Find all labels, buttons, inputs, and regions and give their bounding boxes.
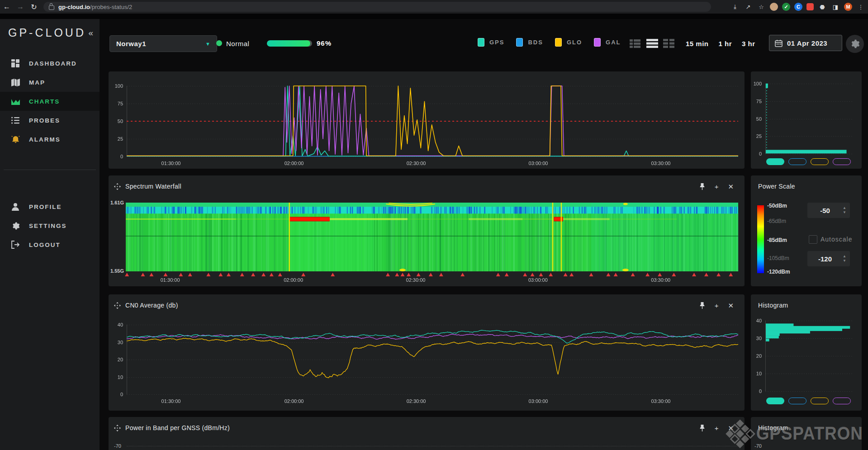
autoscale-label: Autoscale <box>821 236 852 243</box>
max-power-value: -50 <box>807 207 843 214</box>
power-scale-gradient <box>757 205 764 273</box>
time-range-1-hr[interactable]: 1 hr <box>719 40 732 47</box>
waterfall-canvas <box>109 175 745 286</box>
browser-extension-blue-icon[interactable]: C <box>794 3 802 11</box>
probe-selector[interactable]: Norway1 ▼ <box>109 35 217 52</box>
forward-icon[interactable]: → <box>14 3 27 11</box>
sidebar-item-dashboard[interactable]: DASHBOARD <box>0 54 100 73</box>
min-power-input[interactable]: -120 ▲▼ <box>807 251 850 266</box>
profile-m-icon[interactable]: M <box>844 3 852 11</box>
extensions-puzzle-icon[interactable]: ⬣ <box>818 2 827 11</box>
pill-gps[interactable] <box>766 398 784 404</box>
pill-gal[interactable] <box>833 398 851 404</box>
time-range-group: 15 min1 hr3 hr <box>686 40 755 47</box>
check-extension-icon[interactable]: ✓ <box>782 3 790 11</box>
sidebar-item-settings[interactable]: SETTINGS <box>0 216 100 235</box>
sidebar-item-alarms[interactable]: ALARMS <box>0 130 100 149</box>
sidebar-collapse-icon[interactable]: « <box>88 28 93 38</box>
layout-toggle-group <box>630 39 674 48</box>
legend-label: GPS <box>489 39 504 46</box>
sidebar-item-map[interactable]: MAP <box>0 73 100 92</box>
legend-toggle-gps[interactable]: GPS <box>478 38 504 47</box>
spinner-arrows[interactable]: ▲▼ <box>843 206 846 214</box>
constellation-legend: GPSBDSGLOGAL <box>478 38 621 47</box>
close-icon[interactable]: ✕ <box>728 425 734 431</box>
cn0-chart-canvas <box>109 311 745 411</box>
pill-gal[interactable] <box>833 158 851 165</box>
add-icon[interactable]: + <box>715 302 719 309</box>
legend-toggle-gal[interactable]: GAL <box>594 38 621 47</box>
legend-toggle-glo[interactable]: GLO <box>555 38 582 47</box>
settings-gear-button[interactable] <box>846 35 864 53</box>
sidebar-item-label: PROBES <box>29 117 60 124</box>
legend-label: GLO <box>567 39 582 46</box>
address-bar[interactable]: gp-cloud.io/probes-status/2 <box>43 2 711 12</box>
dashboard-icon <box>11 59 20 68</box>
panel-title: CN0 Average (db) <box>125 302 178 309</box>
max-power-input[interactable]: -50 ▲▼ <box>807 203 850 218</box>
histogram-canvas <box>751 311 862 397</box>
legend-toggle-bds[interactable]: BDS <box>516 38 543 47</box>
pill-bds[interactable] <box>788 398 806 404</box>
power-scale-tick: -50dBm <box>767 203 787 209</box>
sidebar-item-label: MAP <box>29 79 45 86</box>
time-range-3-hr[interactable]: 3 hr <box>742 40 755 47</box>
sidebar-item-logout[interactable]: LOGOUT <box>0 235 100 254</box>
layout-rows-icon[interactable] <box>646 39 657 48</box>
pill-gps[interactable] <box>766 158 784 165</box>
sidebar-item-charts[interactable]: CHARTS <box>0 92 100 111</box>
progress-percent: 96% <box>317 39 332 47</box>
glo-swatch-icon <box>555 38 562 47</box>
sidebar: GP-CLOUD « DASHBOARDMAPCHARTSPROBESALARM… <box>0 19 100 450</box>
panel-histogram-2: Histogram -70 <box>751 417 862 450</box>
sidebar-footer-nav: PROFILESETTINGSLOGOUT <box>0 197 100 254</box>
panel-mini-histogram <box>751 71 862 169</box>
panel-histogram: Histogram <box>751 294 862 411</box>
pill-glo[interactable] <box>811 398 829 404</box>
share-icon[interactable]: ↗ <box>744 2 753 11</box>
date-picker-button[interactable]: 01 Apr 2023 <box>769 35 842 51</box>
settings-icon <box>11 221 20 230</box>
gear-icon <box>850 39 860 49</box>
back-icon[interactable]: ← <box>0 3 14 11</box>
probe-selector-value: Norway1 <box>116 40 146 47</box>
autoscale-checkbox[interactable] <box>809 235 817 244</box>
pin-icon[interactable] <box>699 425 705 431</box>
bookmark-star-icon[interactable]: ☆ <box>757 2 766 11</box>
download-icon[interactable]: ⤓ <box>730 2 740 11</box>
sidebar-item-label: PROFILE <box>29 204 62 210</box>
calendar-icon <box>775 39 783 47</box>
power-band-ytick: -70 <box>114 443 121 449</box>
overview-chart-canvas <box>109 71 745 169</box>
panel-spectrum-waterfall: Spectrum Waterfall + ✕ 1.61G 1.55G <box>109 175 745 286</box>
sidebar-item-profile[interactable]: PROFILE <box>0 197 100 216</box>
alarms-icon <box>11 135 20 144</box>
sidebar-item-label: ALARMS <box>29 136 61 143</box>
map-icon <box>11 78 20 87</box>
power-scale-tick: -105dBm <box>767 255 789 261</box>
avatar-extension-icon[interactable] <box>770 3 778 11</box>
pin-icon[interactable] <box>699 302 705 309</box>
sidebar-nav: DASHBOARDMAPCHARTSPROBESALARMS <box>0 54 100 149</box>
time-range-15-min[interactable]: 15 min <box>686 40 709 47</box>
spinner-arrows[interactable]: ▲▼ <box>843 255 846 263</box>
add-icon[interactable]: + <box>715 425 719 431</box>
layout-grid-icon[interactable] <box>663 39 674 48</box>
kebab-menu-icon[interactable]: ⋮ <box>856 2 865 11</box>
pill-bds[interactable] <box>788 158 806 165</box>
close-icon[interactable]: ✕ <box>728 302 734 309</box>
health-progress-bar <box>267 40 312 47</box>
layout-list-icon[interactable] <box>630 39 640 48</box>
move-handle-icon[interactable] <box>114 302 121 309</box>
power-scale-tick: -85dBm <box>767 237 787 243</box>
sidebar-item-probes[interactable]: PROBES <box>0 111 100 130</box>
constellation-pills <box>766 398 851 404</box>
split-screen-icon[interactable]: ◨ <box>831 2 840 11</box>
reload-icon[interactable]: ↻ <box>27 3 41 11</box>
sidebar-item-label: LOGOUT <box>29 242 61 248</box>
move-handle-icon[interactable] <box>114 425 121 431</box>
url-text[interactable]: gp-cloud.io/probes-status/2 <box>58 4 132 10</box>
browser-extension-red-icon[interactable] <box>806 3 814 10</box>
probes-icon <box>11 116 20 125</box>
pill-glo[interactable] <box>811 158 829 165</box>
